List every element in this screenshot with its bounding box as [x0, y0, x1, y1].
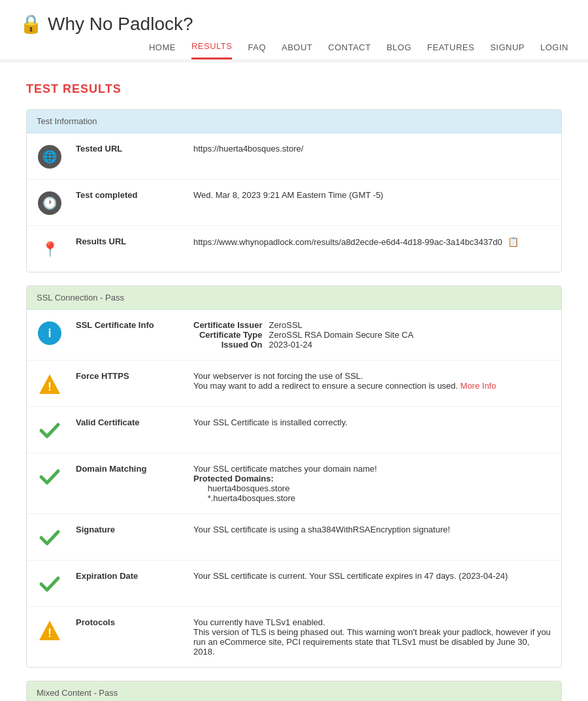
tested-url-content: Tested URL https://huerta4bosques.store/	[76, 144, 551, 154]
more-info-link[interactable]: More Info	[461, 381, 497, 391]
ssl-cert-info-label: SSL Certificate Info	[76, 320, 180, 330]
valid-cert-label: Valid Certificate	[76, 417, 180, 427]
svg-text:!: !	[48, 380, 52, 393]
cert-issuer-value: ZeroSSL	[269, 320, 414, 330]
test-completed-label: Test completed	[76, 190, 180, 200]
check-icon-1	[38, 419, 61, 442]
lock-icon: 🔒	[20, 13, 42, 35]
clock-icon: 🕐	[38, 191, 61, 215]
header: 🔒 Why No Padlock?	[0, 0, 588, 35]
nav-blog[interactable]: BLOG	[387, 42, 412, 59]
logo: 🔒 Why No Padlock?	[20, 13, 193, 35]
nav-about[interactable]: ABOUT	[282, 42, 312, 59]
info-icon-container: i	[37, 321, 63, 345]
signature-value: Your SSL certificate is using a sha384Wi…	[193, 525, 551, 534]
clock-icon-container: 🕐	[37, 191, 63, 215]
nav-signup[interactable]: SIGNUP	[490, 42, 525, 59]
info-icon: i	[38, 321, 61, 345]
force-https-label: Force HTTPS	[76, 371, 180, 381]
globe-icon: 🌐	[38, 145, 61, 169]
test-completed-row: 🕐 Test completed Wed. Mar 8, 2023 9:21 A…	[27, 180, 561, 226]
valid-cert-content: Valid Certificate Your SSL Certificate i…	[76, 417, 551, 427]
cert-type-label: Certificate Type	[193, 330, 269, 340]
svg-text:!: !	[48, 627, 52, 640]
cert-issued-label: Issued On	[193, 340, 269, 350]
nav-results[interactable]: RESULTS	[191, 41, 233, 59]
force-https-content: Force HTTPS Your webserver is not forcin…	[76, 371, 551, 391]
ssl-cert-info-row: i SSL Certificate Info Certificate Issue…	[27, 310, 561, 361]
protocols-value: You currently have TLSv1 enabled. This v…	[193, 617, 551, 657]
pin-icon: 📍	[38, 238, 61, 261]
cert-issuer-row: Certificate Issuer ZeroSSL	[193, 320, 414, 330]
logo-text: Why No Padlock?	[48, 14, 193, 35]
globe-icon-container: 🌐	[37, 145, 63, 169]
check-icon-3	[38, 526, 61, 549]
valid-cert-value: Your SSL Certificate is installed correc…	[193, 417, 551, 427]
nav-contact[interactable]: CONTACT	[328, 42, 370, 59]
test-completed-content: Test completed Wed. Mar 8, 2023 9:21 AM …	[76, 190, 551, 200]
tested-url-row: 🌐 Tested URL https://huerta4bosques.stor…	[27, 133, 561, 180]
mixed-content-header: Mixed Content - Pass	[27, 681, 561, 701]
tested-url-value: https://huerta4bosques.store/	[193, 144, 551, 154]
nav-login[interactable]: LOGIN	[540, 42, 568, 59]
warning-icon-container-1: !	[37, 372, 63, 396]
results-url-content: Results URL https://www.whynopadlock.com…	[76, 236, 551, 247]
warning-icon-2: !	[38, 619, 61, 642]
ssl-connection-card: SSL Connection - Pass i SSL Certificate …	[26, 285, 562, 668]
check-icon-container-3	[37, 526, 63, 549]
warning-icon-container-2: !	[37, 619, 63, 642]
expiration-content: Expiration Date Your SSL certificate is …	[76, 571, 551, 581]
signature-row: Signature Your SSL certificate is using …	[27, 514, 561, 561]
test-info-card: Test Information 🌐 Tested URL https://hu…	[26, 109, 562, 272]
check-icon-container-4	[37, 572, 63, 596]
cert-type-value: ZeroSSL RSA Domain Secure Site CA	[269, 330, 414, 340]
domain-matching-content: Domain Matching Your SSL certificate mat…	[76, 464, 551, 503]
domain-matching-value: Your SSL certificate matches your domain…	[193, 464, 551, 503]
cert-issued-row: Issued On 2023-01-24	[193, 340, 414, 350]
nav-home[interactable]: HOME	[149, 42, 176, 59]
tested-url-label: Tested URL	[76, 144, 180, 154]
test-info-header: Test Information	[27, 110, 561, 133]
force-https-row: ! Force HTTPS Your webserver is not forc…	[27, 361, 561, 407]
nav-faq[interactable]: FAQ	[248, 42, 266, 59]
expiration-row: Expiration Date Your SSL certificate is …	[27, 561, 561, 607]
protocols-label: Protocols	[76, 617, 180, 627]
copy-icon[interactable]: 📋	[508, 236, 519, 247]
results-url-value: https://www.whynopadlock.com/results/a8d…	[193, 236, 551, 247]
domain-matching-label: Domain Matching	[76, 464, 180, 474]
check-icon-container-1	[37, 419, 63, 442]
warning-icon-1: !	[38, 372, 61, 396]
signature-content: Signature Your SSL certificate is using …	[76, 525, 551, 534]
mixed-content-card: Mixed Content - Pass You have no mixed c…	[26, 681, 562, 701]
check-icon-4	[38, 572, 61, 596]
ssl-cert-info-content: SSL Certificate Info Certificate Issuer …	[76, 320, 551, 350]
results-url-row: 📍 Results URL https://www.whynopadlock.c…	[27, 226, 561, 272]
pin-icon-container: 📍	[37, 238, 63, 261]
ssl-cert-info-value: Certificate Issuer ZeroSSL Certificate T…	[193, 320, 551, 350]
test-completed-value: Wed. Mar 8, 2023 9:21 AM Eastern Time (G…	[193, 190, 551, 200]
domain-matching-row: Domain Matching Your SSL certificate mat…	[27, 453, 561, 514]
check-icon-container-2	[37, 465, 63, 489]
expiration-value: Your SSL certificate is current. Your SS…	[193, 571, 551, 581]
ssl-connection-header: SSL Connection - Pass	[27, 286, 561, 310]
force-https-value: Your webserver is not forcing the use of…	[193, 371, 551, 391]
cert-type-row: Certificate Type ZeroSSL RSA Domain Secu…	[193, 330, 414, 340]
main-content: TEST RESULTS Test Information 🌐 Tested U…	[0, 63, 588, 701]
signature-label: Signature	[76, 525, 180, 534]
results-url-label: Results URL	[76, 236, 180, 246]
check-icon-2	[38, 465, 61, 489]
cert-issued-value: 2023-01-24	[269, 340, 414, 350]
ssl-cert-sub-table: Certificate Issuer ZeroSSL Certificate T…	[193, 320, 414, 350]
protocols-row: ! Protocols You currently have TLSv1 ena…	[27, 607, 561, 667]
protocols-content: Protocols You currently have TLSv1 enabl…	[76, 617, 551, 657]
main-nav: HOME RESULTS FAQ ABOUT CONTACT BLOG FEAT…	[0, 35, 588, 60]
page-title: TEST RESULTS	[26, 82, 562, 96]
cert-issuer-label: Certificate Issuer	[193, 320, 269, 330]
nav-features[interactable]: FEATURES	[427, 42, 474, 59]
valid-cert-row: Valid Certificate Your SSL Certificate i…	[27, 407, 561, 453]
expiration-label: Expiration Date	[76, 571, 180, 581]
